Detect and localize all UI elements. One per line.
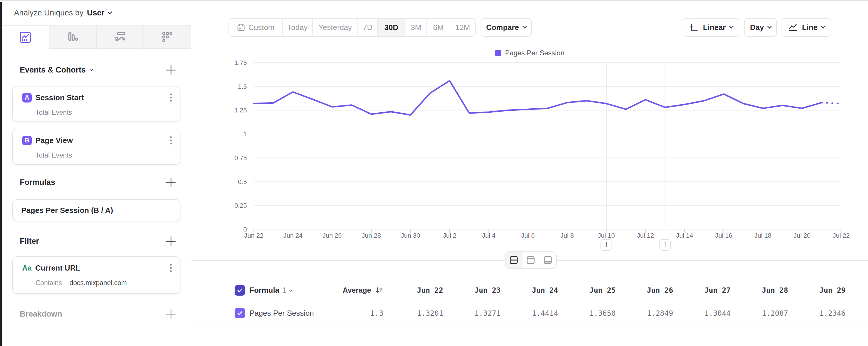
table-col-header[interactable]: Jun 29 <box>808 279 865 302</box>
table-col-header[interactable]: Jun 28 <box>750 279 808 302</box>
layout-toggle-group <box>505 251 557 269</box>
compare-label: Compare <box>486 23 519 32</box>
filter-property-name: Current URL <box>35 264 80 272</box>
layout-split-view-button[interactable] <box>506 252 523 268</box>
formulas-section-header: Formulas <box>20 178 176 187</box>
kebab-menu-icon[interactable] <box>170 97 172 98</box>
layout-table-only-button[interactable] <box>539 252 556 268</box>
event-metric[interactable]: Total Events <box>35 109 72 116</box>
events-section-title: Events & Cohorts <box>20 65 86 75</box>
add-filter-icon[interactable] <box>166 236 176 246</box>
add-event-icon[interactable] <box>166 65 176 75</box>
formula-card[interactable]: Pages Per Session (B / A) <box>12 199 181 221</box>
date-range-7d[interactable]: 7D <box>358 19 378 36</box>
chart-type-button[interactable]: Line <box>781 18 831 37</box>
calendar-icon <box>237 23 245 32</box>
event-card-b[interactable]: B Page View Total Events <box>12 129 181 165</box>
event-badge-a: A <box>22 93 32 103</box>
x-axis-tick-label: Jun 30 <box>401 232 420 239</box>
series-name: Pages Per Session <box>249 309 314 318</box>
y-axis-tick-label: 1.5 <box>238 83 247 90</box>
table-col-header[interactable]: Jun 22 <box>405 279 463 302</box>
x-axis-tick-label: Jul 8 <box>560 232 574 239</box>
table-col-header[interactable]: Jun 24 <box>520 279 578 302</box>
axis-scale-button[interactable]: Linear <box>683 18 739 37</box>
chart-type-tabs <box>2 26 191 49</box>
chevron-down-icon[interactable] <box>89 67 93 71</box>
tab-bar-chart[interactable] <box>49 26 96 49</box>
series-checkbox[interactable] <box>235 308 245 318</box>
table-col-header[interactable]: Jun 25 <box>578 279 636 302</box>
series-line-incomplete <box>822 103 841 104</box>
add-formula-icon[interactable] <box>166 178 176 187</box>
tab-line-chart[interactable] <box>2 26 49 49</box>
linear-axis-icon <box>689 22 699 32</box>
date-range-3m[interactable]: 3M <box>405 19 427 36</box>
interval-label: Day <box>750 23 764 32</box>
breakdown-section-title: Breakdown <box>20 310 62 319</box>
x-axis-tick-label: Jul 16 <box>715 232 732 239</box>
y-axis-tick-label: 1.75 <box>234 59 247 66</box>
event-name: Session Start <box>35 93 84 102</box>
filter-value[interactable]: docs.mixpanel.com <box>69 279 127 287</box>
event-badge-b: B <box>22 136 32 145</box>
layout-chart-only-button[interactable] <box>523 252 539 268</box>
x-axis-tick-label: Jun 22 <box>244 232 264 239</box>
chevron-down-icon <box>523 24 527 29</box>
date-range-custom[interactable]: Custom <box>229 19 283 36</box>
table-cell-value: 1.2087 <box>750 302 808 324</box>
metrics-grid-icon <box>161 30 174 44</box>
filter-operator[interactable]: Contains <box>35 279 62 287</box>
date-range-yesterday[interactable]: Yesterday <box>313 19 358 36</box>
table-cell-value: 1.3044 <box>693 302 750 324</box>
x-axis-tick-label: Jul 2 <box>443 232 456 239</box>
line-chart-icon <box>19 31 32 44</box>
formula-column-dropdown[interactable]: Formula 1 <box>249 286 292 295</box>
bar-chart-icon <box>66 30 80 44</box>
date-range-12m[interactable]: 12M <box>450 19 475 36</box>
compare-button[interactable]: Compare <box>480 18 532 37</box>
date-range-control: CustomTodayYesterday7D30D3M6M12M <box>228 18 476 37</box>
interval-button[interactable]: Day <box>744 18 777 37</box>
formula-column-index: 1 <box>282 286 286 295</box>
chevron-down-icon <box>107 9 112 14</box>
event-card-a[interactable]: A Session Start Total Events <box>12 86 181 122</box>
tab-flow-chart[interactable] <box>96 26 144 49</box>
breakdown-section-header: Breakdown <box>20 309 176 319</box>
date-range-30d[interactable]: 30D <box>378 19 405 36</box>
date-range-6m[interactable]: 6M <box>427 19 450 36</box>
check-icon <box>236 287 243 294</box>
analyze-uniques-label: Analyze Uniques by <box>14 8 84 18</box>
line-chart-icon <box>788 22 798 32</box>
add-breakdown-icon[interactable] <box>166 309 176 319</box>
check-icon <box>236 310 243 317</box>
chevron-down-icon <box>289 288 292 292</box>
average-column-header[interactable]: Average <box>343 286 405 295</box>
event-metric[interactable]: Total Events <box>35 151 72 159</box>
analyze-by-value: User <box>87 8 104 18</box>
kebab-menu-icon[interactable] <box>170 267 172 269</box>
table-cell-value: 1.3650 <box>578 302 636 324</box>
axis-scale-label: Linear <box>703 23 726 32</box>
analyze-by-dropdown[interactable]: User <box>87 8 112 18</box>
table-header-row: Formula 1 Average Jun 22Jun 23Jun 24Jun … <box>191 279 868 302</box>
x-axis-tick-label: Jun 26 <box>322 232 342 239</box>
table-col-header[interactable]: Jun 26 <box>635 279 693 302</box>
tab-metrics-grid[interactable] <box>144 26 191 49</box>
x-axis-tick-label: Jun 24 <box>283 232 303 239</box>
formula-column-label: Formula <box>249 286 279 295</box>
date-range-today[interactable]: Today <box>283 19 313 36</box>
table-cell-value: 1.2849 <box>635 302 693 324</box>
query-builder-sidebar: Analyze Uniques by User Events & Cohorts <box>2 1 191 346</box>
series-average-value: 1.3 <box>370 309 405 317</box>
table-data-row[interactable]: Pages Per Session 1.3 1.32011.32711.4414… <box>191 302 868 324</box>
formula-name: Pages Per Session (B / A) <box>21 200 113 221</box>
table-cell-value: 1.3271 <box>463 302 521 324</box>
filter-card[interactable]: Aa Current URL Contains docs.mixpanel.co… <box>12 256 181 294</box>
table-col-header[interactable]: Jun 23 <box>463 279 521 302</box>
table-cell-value: 1.2346 <box>808 302 865 324</box>
table-col-header[interactable]: Jun 27 <box>693 279 750 302</box>
chevron-down-icon <box>767 24 772 29</box>
kebab-menu-icon[interactable] <box>170 140 172 141</box>
select-all-checkbox[interactable] <box>235 285 245 296</box>
